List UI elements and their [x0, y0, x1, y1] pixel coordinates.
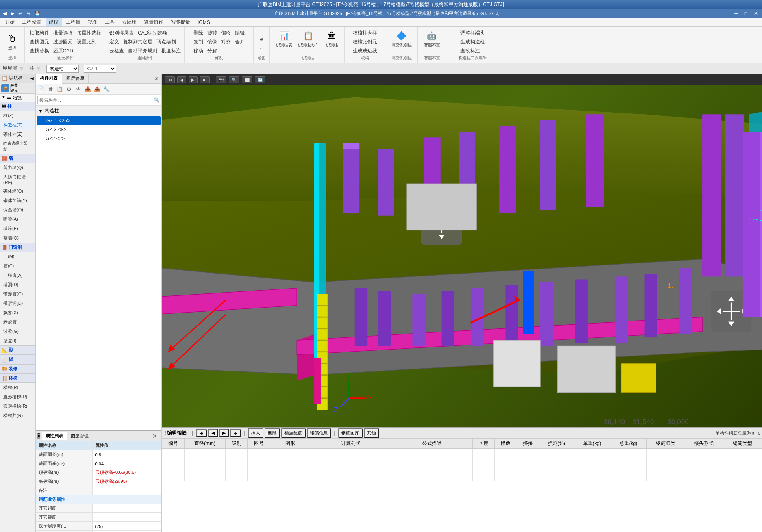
- tool-view[interactable]: 👁: [74, 85, 83, 93]
- nav-item-wall-pier[interactable]: 墙垛(E): [0, 224, 35, 233]
- ribbon-btn-fill-identify[interactable]: 🔷 填充识别柱: [389, 28, 414, 50]
- nav-section-door[interactable]: 🚪 门窗洞: [0, 243, 35, 252]
- nav-item-lintel[interactable]: 过梁(G): [0, 327, 35, 336]
- nav-item-stair[interactable]: 楼梯(R): [0, 383, 35, 392]
- menu-cloud[interactable]: 云应用: [119, 18, 140, 26]
- tool-new[interactable]: 📄: [37, 85, 46, 93]
- ribbon-btn-select[interactable]: 🖱 选择: [2, 30, 23, 52]
- nav-section-nav[interactable]: 📋 导航栏 ◀: [0, 74, 35, 83]
- rebar-row-empty-2[interactable]: [162, 465, 762, 481]
- ribbon-btn-identify-col[interactable]: 🏛 识别柱: [321, 28, 343, 50]
- vp-btn-zoom[interactable]: 🔍: [229, 76, 239, 83]
- nav-item-niche[interactable]: 壁龛(I): [0, 336, 35, 345]
- ribbon-btn-delete[interactable]: 删除: [192, 29, 205, 37]
- menu-tools[interactable]: 工具: [102, 18, 118, 26]
- nav-item-insul-wall[interactable]: 保温墙(Q): [0, 205, 35, 215]
- ribbon-btn-edit[interactable]: 编辑: [233, 29, 246, 37]
- nav-item-constraint-edge[interactable]: 约束边缘非阳影...: [0, 139, 35, 154]
- menu-model[interactable]: 建模: [46, 18, 62, 26]
- nav-item-strip-hole[interactable]: 带形洞(D): [0, 299, 35, 308]
- type-dropdown[interactable]: 构造柱 普通柱: [46, 65, 79, 73]
- prop-tab-attr[interactable]: 属性列表: [42, 432, 67, 440]
- tree-item-gz1[interactable]: GZ-1 <26>: [37, 116, 161, 125]
- nav-item-dormer[interactable]: 老虎窗: [0, 317, 35, 327]
- nav-item-wall-hole[interactable]: 墙洞(D): [0, 280, 35, 289]
- nav-item-shear-wall[interactable]: 剪力墙(Q): [0, 163, 35, 172]
- viewport-canvas[interactable]: ⤢: [162, 85, 762, 427]
- window-close[interactable]: ✕: [751, 10, 760, 17]
- tree-section-struct-col[interactable]: ▼ 构造柱: [36, 106, 161, 116]
- rebar-btn-other[interactable]: 其他: [364, 428, 379, 438]
- nav-item-struct-col[interactable]: 构造柱(Z): [0, 120, 35, 130]
- ribbon-btn-restore-cad[interactable]: 还原CAD: [52, 47, 75, 55]
- ribbon-btn-extract[interactable]: 抽取构件: [28, 29, 51, 37]
- ribbon-btn-auto-align[interactable]: 自动平齐规则: [126, 47, 159, 55]
- rebar-btn-library[interactable]: 钢筋图库: [338, 428, 363, 438]
- ribbon-btn-identify-col-detail[interactable]: 📋 识别柱大样: [295, 28, 321, 50]
- menu-smart[interactable]: 智能提量: [167, 18, 193, 26]
- menu-collab[interactable]: 算量协作: [141, 18, 167, 26]
- rebar-btn-end[interactable]: ⏭: [230, 429, 241, 437]
- tool-attr[interactable]: ⚙: [65, 85, 74, 93]
- vp-btn-camera[interactable]: 📷: [216, 76, 226, 83]
- ribbon-btn-move[interactable]: 移动: [192, 47, 205, 55]
- ribbon-btn-merge[interactable]: 合并: [233, 38, 246, 46]
- ribbon-btn-copy-to-layer[interactable]: 复制到其它层: [122, 38, 154, 46]
- drag-handle[interactable]: ⠿: [37, 433, 40, 439]
- nav-item-straight-stair[interactable]: 直形楼梯(R): [0, 392, 35, 402]
- rebar-btn-insert[interactable]: 插入: [248, 428, 263, 438]
- ribbon-btn-decompose[interactable]: 分解: [206, 47, 219, 55]
- rebar-btn-rebar-info[interactable]: 钢筋信息: [307, 428, 331, 438]
- ribbon-btn-batch-label[interactable]: 批度标注: [160, 47, 182, 55]
- ribbon-btn-cloud-check[interactable]: 云检查: [108, 47, 126, 55]
- ribbon-btn-smart-layout[interactable]: 🤖 智能布置: [421, 28, 443, 50]
- ribbon-btn-identify-col-table[interactable]: 📊 识别柱表: [274, 28, 295, 50]
- rebar-panel-drag[interactable]: ⠿: [163, 430, 166, 436]
- nav-item-door[interactable]: 门(M): [0, 252, 35, 261]
- ribbon-btn-batch-select[interactable]: 批量选择: [52, 29, 74, 37]
- tool-export[interactable]: 📤: [93, 85, 102, 93]
- nav-icon-btn2[interactable]: 免费跑库: [10, 84, 18, 92]
- ribbon-btn-align[interactable]: 对齐: [219, 38, 232, 46]
- nav-section-stair[interactable]: 🪜 楼梯: [0, 373, 35, 383]
- nav-section-items[interactable]: ▼ ▬ 始线: [0, 94, 35, 102]
- rebar-btn-next[interactable]: ▶: [219, 429, 229, 437]
- qa-btn-save[interactable]: 💾: [33, 10, 42, 17]
- ribbon-btn-check-label[interactable]: 查改标注: [459, 47, 482, 55]
- nav-icon-btn1[interactable]: 📦: [1, 84, 9, 92]
- ribbon-btn-mirror[interactable]: 镜像: [206, 38, 219, 46]
- qa-btn-redo[interactable]: ↪: [25, 10, 32, 17]
- rebar-btn-floor-config[interactable]: 楼层配筋: [281, 428, 306, 438]
- ribbon-btn-gen-struct-col[interactable]: 生成构造柱: [459, 38, 486, 46]
- menu-igms[interactable]: IGMS: [194, 19, 213, 26]
- ribbon-btn-verify-col[interactable]: 校核柱大样: [351, 29, 379, 37]
- nav-item-masonry-col[interactable]: 砌体柱(Z): [0, 130, 35, 139]
- nav-item-strip-window[interactable]: 带形窗(C): [0, 289, 35, 299]
- ribbon-btn-cad-options[interactable]: CAD识别选项: [136, 29, 169, 37]
- nav-item-civil-def-wall[interactable]: 人防门框墙(RF): [0, 172, 35, 187]
- rebar-btn-delete[interactable]: 删除: [265, 428, 280, 438]
- search-icon[interactable]: 🔍: [154, 97, 160, 103]
- nav-item-hidden-beam[interactable]: 暗梁(A): [0, 215, 35, 224]
- ribbon-btn-copy[interactable]: 复制: [192, 38, 205, 46]
- nav-item-door-window[interactable]: 门联窗(A): [0, 271, 35, 280]
- search-input[interactable]: [37, 96, 152, 104]
- nav-item-column-z[interactable]: 柱(Z): [0, 111, 35, 120]
- ribbon-btn-gen-border[interactable]: 生成成边线: [351, 47, 379, 55]
- ribbon-btn-adjust-head[interactable]: 调整柱端头: [459, 29, 486, 37]
- tool-copy[interactable]: 📋: [55, 85, 64, 93]
- tab-component-list[interactable]: 构件列表: [36, 74, 62, 84]
- vp-btn-nav-prev[interactable]: ◀: [177, 76, 186, 83]
- vp-btn-nav-start[interactable]: ⏮: [165, 76, 175, 83]
- nav-item-shared-stair[interactable]: 楼梯共(R): [0, 411, 35, 420]
- ribbon-btn-find-replace[interactable]: 查找替换: [28, 47, 51, 55]
- nav-section-wall[interactable]: 🧱 墙: [0, 154, 35, 163]
- menu-view[interactable]: 视图: [85, 18, 101, 26]
- tool-settings[interactable]: 🔧: [102, 85, 111, 93]
- prop-tab-layer[interactable]: 图层管理: [67, 432, 92, 440]
- rebar-btn-start[interactable]: ⏮: [196, 429, 207, 437]
- ribbon-btn-verify-ratio[interactable]: 校核比例元: [351, 38, 379, 46]
- tab-layer-manage[interactable]: 图层管理: [62, 74, 89, 83]
- vp-btn-rotate[interactable]: 🔄: [255, 76, 265, 83]
- nav-section-finish[interactable]: 🎨 装修: [0, 364, 35, 373]
